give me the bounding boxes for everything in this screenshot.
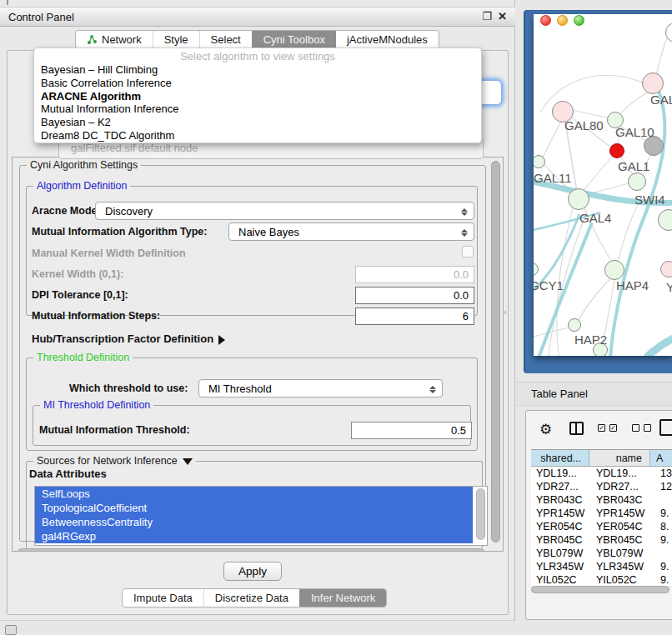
table-row[interactable]: YDL19... YDL19... 13 xyxy=(531,467,672,480)
algorithm-dropdown-list: Select algorithm to view settings Bayesi… xyxy=(33,48,482,143)
tab-discretize-data[interactable]: Discretize Data xyxy=(203,589,299,607)
table-hscrollbar[interactable] xyxy=(531,586,672,594)
control-panel-tabbar: Network Style Select Cyni Toolbox jActiv… xyxy=(75,30,439,49)
dropdown-item-selected[interactable]: ARACNE Algorithm xyxy=(34,90,481,103)
mi-type-combobox[interactable]: Naive Bayes xyxy=(228,222,474,241)
node-label: HAP4 xyxy=(616,278,649,292)
aracne-mode-combobox[interactable]: Discovery xyxy=(95,202,474,220)
hscrollbar-thumb[interactable] xyxy=(18,548,484,552)
table-row[interactable]: YER054C YER054C 8. xyxy=(531,520,672,533)
gear-icon[interactable]: ⚙ xyxy=(539,421,552,438)
tab-style[interactable]: Style xyxy=(153,31,199,48)
network-view-window: GAL GAL80 GAL10 GAL1 GAL11 SWI4 GAL4 GCY… xyxy=(524,10,672,373)
attribute-item-selected[interactable]: SelfLoops xyxy=(35,487,473,501)
column-header-shared[interactable]: shared... xyxy=(531,450,589,467)
screen: Control Panel ❐ ✕ Network Style Select C… xyxy=(0,0,672,635)
node-label: GAL1 xyxy=(618,159,649,173)
tab-select-label: Select xyxy=(211,31,241,48)
vscrollbar-thumb[interactable] xyxy=(491,161,500,542)
toolbar-edge-tick xyxy=(7,0,8,5)
cell: YDR27... xyxy=(531,480,589,493)
mi-type-value: Naive Bayes xyxy=(238,226,299,238)
float-panel-icon[interactable]: ❐ xyxy=(482,10,492,22)
tab-jactivemnodules-label: jActiveMNodules xyxy=(347,31,428,48)
network-edges xyxy=(534,14,672,356)
network-node[interactable] xyxy=(609,143,624,158)
hub-definition-toggle[interactable]: Hub/Transcription Factor Definition xyxy=(32,332,225,345)
unchecked-checkbox-icon[interactable] xyxy=(644,424,651,432)
cell: YBL079W xyxy=(531,547,589,560)
split-columns-icon[interactable] xyxy=(569,422,584,435)
settings-hscrollbar[interactable] xyxy=(18,548,484,552)
attribute-item-selected[interactable]: BetweennessCentrality xyxy=(35,515,473,529)
table-select-value: galFiltered.sif default node xyxy=(71,142,198,154)
table-row[interactable]: YIL052C YIL052C 9. xyxy=(531,573,672,587)
spinner-icon xyxy=(429,382,436,396)
attribute-item-selected[interactable]: gal4RGexp xyxy=(35,529,473,543)
dpi-tolerance-label: DPI Tolerance [0,1]: xyxy=(32,289,128,301)
dropdown-item[interactable]: Dream8 DC_TDC Algorithm xyxy=(34,129,481,142)
cell: 9. xyxy=(650,507,672,520)
dropdown-item[interactable]: Basic Correlation Inference xyxy=(34,77,481,90)
dropdown-item[interactable]: Bayesian – K2 xyxy=(34,116,481,129)
table-row[interactable]: YBR045C YBR045C 9. xyxy=(531,533,672,547)
column-header-clipped[interactable]: A xyxy=(650,450,672,467)
manual-kernel-checkbox[interactable] xyxy=(462,246,474,258)
cell: YLR345W xyxy=(589,560,650,573)
kernel-width-input[interactable]: 0.0 xyxy=(355,266,474,283)
checked-checkbox-icon[interactable]: ✓ xyxy=(598,424,605,432)
checked-checkbox-icon[interactable]: ✓ xyxy=(609,424,617,432)
mi-type-label: Mutual Information Algorithm Type: xyxy=(32,226,207,238)
new-table-icon[interactable] xyxy=(659,419,672,436)
dpi-tolerance-input[interactable]: 0.0 xyxy=(355,287,474,304)
cell: YPR145W xyxy=(589,507,650,520)
table-panel-titlebar: Table Panel xyxy=(516,382,672,406)
network-node[interactable] xyxy=(660,261,672,278)
mi-threshold-group-title: MI Threshold Definition xyxy=(40,399,153,411)
tab-style-label: Style xyxy=(164,31,188,48)
spinner-icon xyxy=(460,226,468,239)
mi-steps-input[interactable]: 6 xyxy=(355,308,474,325)
network-node[interactable] xyxy=(568,188,589,210)
table-row[interactable]: YDR27... YDR27... 12 xyxy=(531,480,672,493)
cyni-bottom-tabbar: Impute Data Discretize Data Infer Networ… xyxy=(122,588,387,608)
attribute-item-selected[interactable]: TopologicalCoefficient xyxy=(35,501,473,515)
network-node[interactable] xyxy=(568,318,581,332)
unchecked-checkbox-icon[interactable] xyxy=(632,424,639,432)
settings-vscrollbar[interactable] xyxy=(490,159,501,549)
dropdown-item[interactable]: Mutual Information Inference xyxy=(34,102,481,116)
table-row[interactable]: YBR043C YBR043C xyxy=(531,493,672,507)
table-hscrollbar-thumb[interactable] xyxy=(531,586,669,593)
table-row[interactable]: YPR145W YPR145W 9. xyxy=(531,507,672,520)
tab-jactivemnodules[interactable]: jActiveMNodules xyxy=(336,31,439,48)
apply-button[interactable]: Apply xyxy=(223,562,282,581)
collapse-arrow-icon[interactable] xyxy=(183,458,193,465)
network-node[interactable] xyxy=(642,72,664,94)
tab-select[interactable]: Select xyxy=(199,31,252,48)
tab-network-label: Network xyxy=(102,31,142,48)
network-node[interactable] xyxy=(604,260,624,280)
cell: YBR045C xyxy=(531,533,589,547)
dropdown-placeholder: Select algorithm to view settings xyxy=(34,48,481,63)
which-threshold-combobox[interactable]: MI Threshold xyxy=(198,379,443,398)
mi-threshold-input[interactable]: 0.5 xyxy=(351,422,472,439)
splitter-handle[interactable]: ‹ xyxy=(504,307,512,318)
cell: YDL19... xyxy=(531,467,589,480)
tab-infer-network[interactable]: Infer Network xyxy=(299,589,386,607)
tab-cyni-toolbox[interactable]: Cyni Toolbox xyxy=(252,31,336,48)
list-scrollbar-thumb[interactable] xyxy=(476,488,485,540)
aracne-mode-value: Discovery xyxy=(105,205,153,218)
node-label: GAL11 xyxy=(534,171,572,185)
tab-network[interactable]: Network xyxy=(76,31,153,48)
network-canvas[interactable]: GAL GAL80 GAL10 GAL1 GAL11 SWI4 GAL4 GCY… xyxy=(534,14,672,356)
dropdown-item[interactable]: Bayesian – Hill Climbing xyxy=(34,63,481,77)
column-header-name[interactable]: name xyxy=(589,450,650,467)
algorithm-combobox-fragment[interactable] xyxy=(479,80,502,105)
tab-impute-data[interactable]: Impute Data xyxy=(123,589,203,607)
table-row[interactable]: YLR345W YLR345W 9. xyxy=(531,560,672,573)
kernel-width-label: Kernel Width (0,1): xyxy=(32,268,123,280)
minimized-panel-chip[interactable] xyxy=(5,625,17,635)
network-node[interactable] xyxy=(628,172,646,191)
close-panel-icon[interactable]: ✕ xyxy=(498,10,507,22)
table-row[interactable]: YBL079W YBL079W xyxy=(531,547,672,560)
